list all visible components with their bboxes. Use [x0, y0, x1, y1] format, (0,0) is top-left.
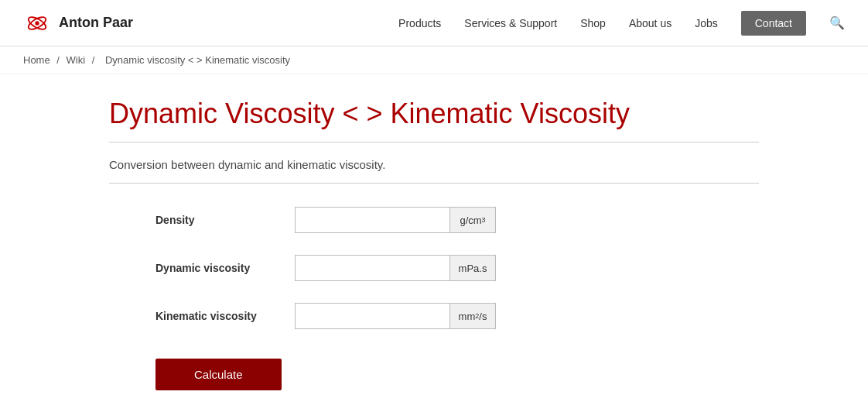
main-content: Dynamic Viscosity < > Kinematic Viscosit…	[86, 74, 782, 414]
density-unit: g/cm3	[449, 207, 496, 233]
logo[interactable]: Anton Paar	[23, 9, 133, 37]
density-row: Density g/cm3	[155, 207, 713, 233]
dynamic-viscosity-label: Dynamic viscosity	[155, 262, 295, 274]
breadcrumb-sep-1: /	[56, 54, 62, 66]
nav-item-shop[interactable]: Shop	[580, 17, 606, 29]
logo-icon	[23, 9, 51, 37]
dynamic-viscosity-input[interactable]	[295, 255, 449, 281]
page-title: Dynamic Viscosity < > Kinematic Viscosit…	[109, 98, 759, 143]
kinematic-viscosity-label: Kinematic viscosity	[155, 310, 295, 322]
breadcrumb-wiki[interactable]: Wiki	[67, 54, 86, 66]
search-icon[interactable]: 🔍	[829, 15, 845, 30]
calculate-button[interactable]: Calculate	[155, 359, 282, 390]
calculator-form: Density g/cm3 Dynamic viscosity mPa.s Ki…	[109, 207, 759, 390]
logo-text: Anton Paar	[59, 15, 133, 31]
contact-button[interactable]: Contact	[741, 11, 806, 36]
kinematic-viscosity-row: Kinematic viscosity mm2/s	[155, 303, 713, 329]
breadcrumb-sep-2: /	[92, 54, 97, 66]
main-nav: Products Services & Support Shop About u…	[398, 11, 845, 36]
breadcrumb-current: Dynamic viscosity < > Kinematic viscosit…	[105, 54, 290, 66]
page-subtitle: Conversion between dynamic and kinematic…	[109, 158, 759, 184]
kinematic-viscosity-input-group: mm2/s	[295, 303, 496, 329]
dynamic-viscosity-row: Dynamic viscosity mPa.s	[155, 255, 713, 281]
header: Anton Paar Products Services & Support S…	[0, 0, 868, 46]
svg-point-2	[35, 21, 39, 25]
kinematic-viscosity-input[interactable]	[295, 303, 449, 329]
nav-item-about-us[interactable]: About us	[629, 17, 672, 29]
dynamic-viscosity-unit: mPa.s	[449, 255, 496, 281]
nav-item-services-support[interactable]: Services & Support	[464, 17, 557, 29]
breadcrumb-home[interactable]: Home	[23, 54, 50, 66]
density-label: Density	[155, 214, 295, 226]
nav-item-jobs[interactable]: Jobs	[695, 17, 718, 29]
kinematic-viscosity-unit: mm2/s	[449, 303, 496, 329]
nav-item-products[interactable]: Products	[398, 17, 441, 29]
breadcrumb: Home / Wiki / Dynamic viscosity < > Kine…	[0, 46, 868, 74]
density-input[interactable]	[295, 207, 449, 233]
dynamic-viscosity-input-group: mPa.s	[295, 255, 496, 281]
density-input-group: g/cm3	[295, 207, 496, 233]
